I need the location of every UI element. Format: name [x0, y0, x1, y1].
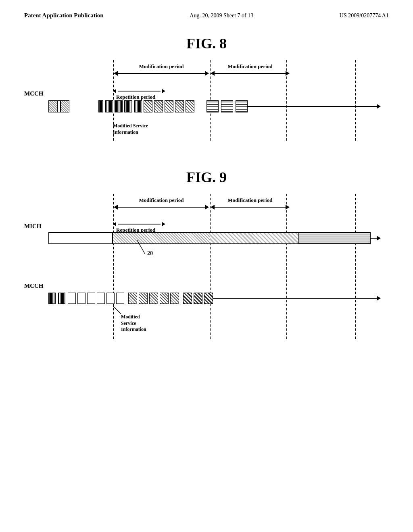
fig9-mcch-timeline [48, 293, 381, 304]
fig9-vline-3 [286, 194, 287, 339]
rep-period-row: Repetition period [113, 89, 165, 100]
fig9-rep-period: Repetition period [113, 222, 165, 233]
mcch-label: MCCH [24, 90, 44, 97]
page-header: Patent Application Publication Aug. 20, … [0, 0, 413, 23]
fig9-title: FIG. 9 [0, 169, 413, 186]
mich-label: MICH [24, 223, 42, 230]
fig9-content: Modification period Modification period … [24, 194, 389, 347]
fig9-vline-2 [210, 194, 211, 339]
fig9-mod-period-1: Modification period [113, 197, 210, 210]
fig8-content: Modification period Modification period … [24, 60, 389, 153]
svg-line-1 [113, 306, 121, 314]
fig9-mod-period-2: Modification period [210, 197, 290, 210]
svg-line-0 [137, 240, 145, 254]
header-date-sheet: Aug. 20, 2009 Sheet 7 of 13 [190, 12, 253, 19]
header-patent-number: US 2009/0207774 A1 [340, 12, 389, 19]
fig9-vline-4 [355, 194, 356, 339]
fig9-mcch-label: MCCH [24, 283, 44, 289]
header-publication-label: Patent Application Publication [24, 12, 104, 19]
fig8-title: FIG. 8 [0, 35, 413, 52]
fig8-timeline [48, 100, 381, 112]
fig8-diagram: Modification period Modification period … [24, 60, 389, 153]
fig9-diagram: Modification period Modification period … [24, 194, 389, 347]
mod-period-1-label: Modification period [113, 63, 210, 76]
mod-period-2-label: Modification period [210, 63, 290, 76]
fig9-mich-timeline [48, 232, 381, 244]
fig8-annotation: Modified Service Information [113, 116, 161, 133]
